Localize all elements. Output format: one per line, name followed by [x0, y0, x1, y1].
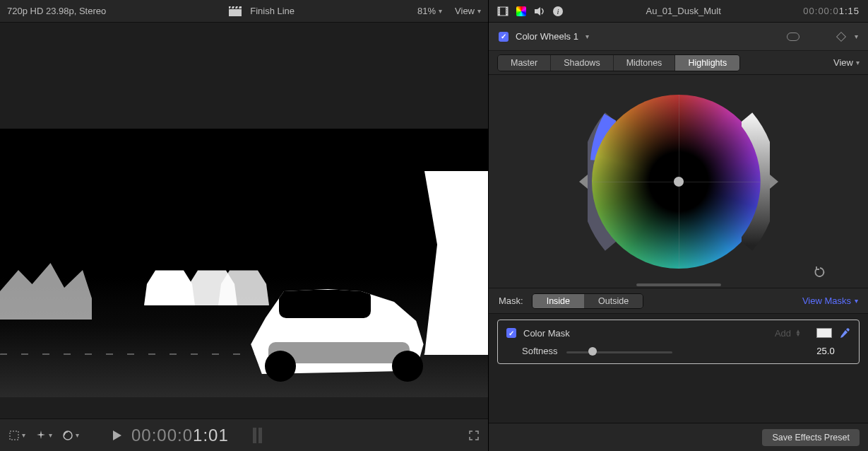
- tab-shadows[interactable]: Shadows: [551, 55, 613, 71]
- mask-inside[interactable]: Inside: [533, 294, 584, 308]
- triangle-right-icon[interactable]: [770, 175, 778, 189]
- scroll-indicator[interactable]: [636, 283, 721, 286]
- svg-rect-16: [506, 13, 507, 13]
- color-wheel-puck[interactable]: [674, 177, 684, 187]
- svg-rect-14: [506, 8, 507, 9]
- color-wheel[interactable]: [592, 95, 766, 269]
- view-masks-label: View Masks: [802, 295, 851, 306]
- color-mask-header: Color Mask Add ▲▼: [506, 327, 850, 339]
- color-mask-add[interactable]: Add ▲▼: [775, 328, 801, 339]
- svg-rect-13: [499, 13, 499, 13]
- inspector-view-dropdown[interactable]: View ▾: [833, 57, 860, 68]
- softness-value[interactable]: 25.0: [801, 346, 850, 356]
- effect-name[interactable]: Color Wheels 1: [516, 31, 578, 42]
- enhance-dropdown[interactable]: ▾: [35, 430, 52, 441]
- save-effects-preset-button[interactable]: Save Effects Preset: [762, 429, 860, 446]
- preview-image: [0, 129, 488, 397]
- svg-text:i: i: [557, 7, 559, 16]
- softness-slider[interactable]: [566, 346, 672, 356]
- svg-rect-12: [499, 11, 499, 11]
- chevron-down-icon[interactable]: ▾: [585, 33, 589, 40]
- color-mask-checkbox[interactable]: [506, 328, 516, 338]
- retime-dropdown[interactable]: ▾: [62, 430, 79, 441]
- audio-tab-icon[interactable]: [534, 6, 545, 17]
- video-tab-icon[interactable]: [497, 6, 509, 17]
- fullscreen-icon[interactable]: [468, 430, 480, 441]
- color-mask-section: Color Mask Add ▲▼ Softness 25.0: [497, 320, 860, 364]
- view-label: View: [455, 6, 475, 16]
- viewer-panel: 720p HD 23.98p, Stereo Finish Line 81% ▾…: [0, 0, 489, 451]
- svg-rect-11: [499, 8, 499, 9]
- svg-rect-0: [229, 9, 242, 16]
- triangle-left-icon[interactable]: [579, 175, 588, 189]
- view-label: View: [833, 57, 853, 68]
- svg-marker-7: [113, 430, 121, 440]
- inspector-timecode: 00:00:01:15: [803, 6, 860, 16]
- effect-header: Color Wheels 1 ▾ ▾: [489, 23, 868, 51]
- chevron-down-icon: ▾: [856, 59, 860, 66]
- add-label: Add: [775, 328, 791, 339]
- viewer-timecode[interactable]: 00:00:01:01: [131, 426, 229, 445]
- chevron-down-icon: ▾: [22, 431, 25, 439]
- mask-outside[interactable]: Outside: [584, 294, 643, 308]
- wheel-segmented-control: Master Shadows Midtones Highlights: [497, 54, 740, 71]
- timecode-frames: 1:15: [839, 6, 860, 16]
- zoom-value: 81%: [417, 6, 436, 16]
- chevron-down-icon[interactable]: ▾: [855, 33, 858, 40]
- chevron-down-icon: ▾: [855, 297, 858, 305]
- zoom-dropdown[interactable]: 81% ▾: [417, 6, 442, 16]
- chevron-down-icon: ▾: [439, 7, 442, 15]
- tab-midtones[interactable]: Midtones: [614, 55, 676, 71]
- inspector-panel: i Au_01_Dusk_Mult 00:00:01:15 Color Whee…: [489, 0, 868, 451]
- svg-rect-15: [506, 11, 507, 11]
- timecode-frames: 1:01: [193, 426, 229, 445]
- chevron-down-icon: ▾: [477, 7, 481, 15]
- play-button[interactable]: [113, 430, 121, 440]
- slider-thumb[interactable]: [588, 347, 597, 356]
- inspector-header: i Au_01_Dusk_Mult 00:00:01:15: [489, 0, 868, 23]
- keyframe-icon[interactable]: [836, 31, 846, 41]
- tab-highlights[interactable]: Highlights: [675, 55, 739, 71]
- effect-enabled-checkbox[interactable]: [499, 32, 509, 42]
- viewer-format: 720p HD 23.98p, Stereo: [7, 6, 106, 16]
- color-wheel-area: [489, 75, 868, 288]
- timecode-prefix: 00:00:0: [803, 6, 838, 16]
- viewer-view-dropdown[interactable]: View ▾: [455, 6, 481, 16]
- color-sample-swatch[interactable]: [816, 328, 832, 338]
- color-tab-icon[interactable]: [516, 6, 527, 17]
- wheel-tabs: Master Shadows Midtones Highlights View …: [489, 51, 868, 75]
- viewer-clip-name: Finish Line: [250, 6, 295, 16]
- inspector-clip-name: Au_01_Dusk_Mult: [571, 6, 796, 16]
- reset-icon[interactable]: [814, 266, 826, 278]
- svg-point-6: [64, 431, 72, 440]
- chevron-down-icon: ▾: [76, 431, 79, 439]
- audio-meters: [253, 428, 262, 443]
- transform-dropdown[interactable]: ▾: [8, 430, 25, 441]
- stepper-icon: ▲▼: [795, 329, 801, 336]
- clapperboard-icon: [229, 6, 242, 16]
- brightness-slider[interactable]: [742, 111, 770, 252]
- info-tab-icon[interactable]: i: [552, 6, 564, 17]
- svg-rect-5: [10, 431, 18, 440]
- softness-row: Softness 25.0: [506, 346, 850, 356]
- inspector-footer: Save Effects Preset: [489, 423, 868, 451]
- mask-label: Mask:: [499, 295, 523, 306]
- eyedropper-icon[interactable]: [839, 327, 850, 339]
- chevron-down-icon: ▾: [49, 431, 52, 439]
- svg-marker-17: [535, 7, 540, 16]
- viewer-toolbar: ▾ ▾ ▾ 00:00:01:01: [0, 418, 488, 451]
- view-masks-dropdown[interactable]: View Masks ▾: [802, 295, 858, 306]
- softness-label: Softness: [522, 346, 558, 356]
- tab-master[interactable]: Master: [498, 55, 551, 71]
- color-mask-name: Color Mask: [523, 328, 570, 339]
- timecode-prefix: 00:00:0: [131, 426, 193, 445]
- mask-shape-icon[interactable]: [787, 33, 799, 41]
- viewer-header: 720p HD 23.98p, Stereo Finish Line 81% ▾…: [0, 0, 488, 23]
- mask-inside-outside: Inside Outside: [532, 293, 643, 309]
- viewer-canvas[interactable]: [0, 23, 488, 418]
- mask-row: Mask: Inside Outside View Masks ▾: [489, 288, 868, 314]
